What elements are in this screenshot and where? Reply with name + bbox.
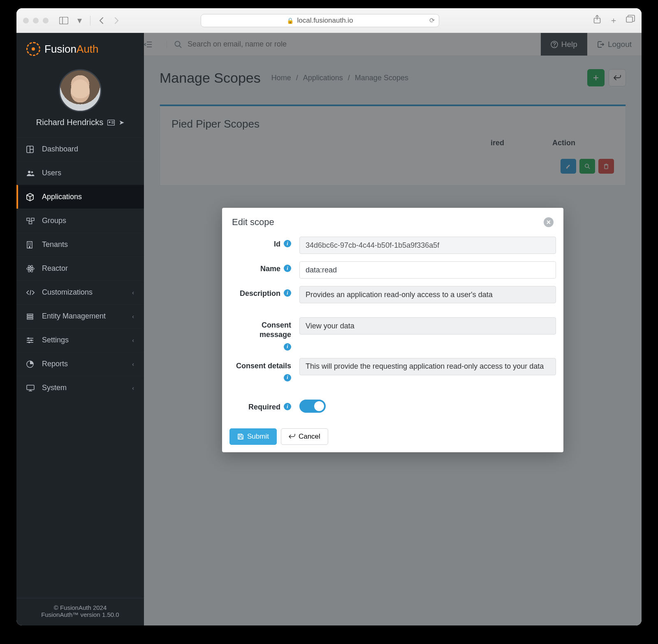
svg-point-12 xyxy=(28,171,30,173)
sidebar-toggle-icon[interactable] xyxy=(57,16,71,25)
reload-icon[interactable]: ⟳ xyxy=(429,16,435,24)
svg-rect-56 xyxy=(239,434,241,436)
svg-rect-19 xyxy=(30,243,31,244)
required-toggle[interactable] xyxy=(299,400,326,413)
svg-point-6 xyxy=(109,121,111,123)
layers-icon xyxy=(26,313,35,320)
id-field[interactable] xyxy=(299,237,556,254)
svg-rect-29 xyxy=(27,316,33,317)
info-icon[interactable]: i xyxy=(284,240,291,247)
label-name: Namei xyxy=(229,261,291,273)
svg-rect-0 xyxy=(60,17,68,24)
share-icon[interactable] xyxy=(593,15,601,26)
chevron-left-icon: ‹ xyxy=(132,337,134,344)
modal-title: Edit scope xyxy=(232,217,274,228)
svg-rect-22 xyxy=(29,246,30,248)
brand-mark-icon xyxy=(26,42,40,56)
pie-chart-icon xyxy=(26,360,35,368)
sidebar-footer: © FusionAuth 2024 FusionAuth™ version 1.… xyxy=(16,598,144,625)
tabs-icon[interactable] xyxy=(626,15,635,26)
sliders-icon xyxy=(26,337,35,344)
svg-point-26 xyxy=(30,268,31,270)
consent-details-field[interactable]: This will provide the requesting applica… xyxy=(299,358,556,375)
chevron-left-icon: ‹ xyxy=(132,313,134,320)
browser-titlebar: ▾ 🔒 local.fusionauth.io ⟳ ＋ xyxy=(16,8,642,33)
groups-icon xyxy=(26,218,35,224)
traffic-max-icon[interactable] xyxy=(43,18,49,23)
chevron-left-icon: ‹ xyxy=(132,289,134,296)
chevron-down-icon[interactable]: ▾ xyxy=(75,14,84,27)
save-icon xyxy=(237,433,244,440)
forward-button[interactable] xyxy=(111,16,122,26)
sidebar-item-reactor[interactable]: Reactor xyxy=(16,256,144,280)
code-icon xyxy=(26,290,35,295)
svg-rect-21 xyxy=(30,244,31,245)
undo-icon xyxy=(289,434,295,439)
svg-rect-18 xyxy=(28,243,29,244)
sidebar-item-entity-management[interactable]: Entity Management‹ xyxy=(16,304,144,328)
user-name: Richard Hendricks xyxy=(36,118,103,127)
atom-icon xyxy=(26,265,35,273)
sidebar-item-groups[interactable]: Groups xyxy=(16,209,144,232)
brand-logo[interactable]: FusionAuth xyxy=(16,33,144,65)
label-consent-message: Consent messagei xyxy=(229,317,291,351)
name-field[interactable] xyxy=(299,261,556,279)
description-field[interactable]: Provides an application read-only access… xyxy=(299,286,556,303)
info-icon[interactable]: i xyxy=(284,343,291,351)
browser-window: ▾ 🔒 local.fusionauth.io ⟳ ＋ Fusion xyxy=(16,8,642,625)
sidebar-item-system[interactable]: System‹ xyxy=(16,376,144,400)
new-tab-icon[interactable]: ＋ xyxy=(609,15,618,26)
svg-rect-15 xyxy=(31,218,34,221)
svg-rect-28 xyxy=(27,314,33,315)
svg-rect-4 xyxy=(626,17,633,22)
lock-icon: 🔒 xyxy=(287,17,294,24)
svg-rect-38 xyxy=(27,385,34,390)
svg-point-34 xyxy=(28,337,29,339)
users-icon xyxy=(26,170,35,177)
edit-scope-modal: Edit scope ✕ Idi Namei Descriptioni Prov… xyxy=(222,208,563,452)
sidebar-item-dashboard[interactable]: Dashboard xyxy=(16,137,144,161)
svg-rect-16 xyxy=(29,221,32,224)
svg-rect-14 xyxy=(27,218,30,221)
label-required: Requiredi xyxy=(229,400,291,412)
svg-rect-5 xyxy=(108,120,115,125)
sidebar-item-tenants[interactable]: Tenants xyxy=(16,232,144,256)
svg-point-35 xyxy=(30,339,32,341)
label-id: Idi xyxy=(229,237,291,249)
svg-rect-7 xyxy=(111,121,114,122)
sidebar-item-reports[interactable]: Reports‹ xyxy=(16,352,144,376)
building-icon xyxy=(26,241,35,249)
avatar[interactable] xyxy=(59,69,102,112)
back-button[interactable] xyxy=(96,16,107,26)
sidebar-item-applications[interactable]: Applications xyxy=(16,185,144,209)
info-icon[interactable]: i xyxy=(284,403,291,410)
sidebar-nav: Dashboard Users Applications Groups Tena… xyxy=(16,137,144,598)
svg-point-13 xyxy=(31,171,33,173)
info-icon[interactable]: i xyxy=(284,265,291,272)
url-text: local.fusionauth.io xyxy=(297,16,353,25)
sidebar-item-customizations[interactable]: Customizations‹ xyxy=(16,280,144,304)
sidebar-item-settings[interactable]: Settings‹ xyxy=(16,328,144,352)
consent-message-field[interactable]: View your data xyxy=(299,317,556,335)
svg-rect-20 xyxy=(28,244,29,245)
close-icon[interactable]: ✕ xyxy=(544,217,554,227)
info-icon[interactable]: i xyxy=(284,289,291,297)
location-icon[interactable]: ➤ xyxy=(119,119,124,126)
info-icon[interactable]: i xyxy=(284,374,291,381)
url-bar[interactable]: 🔒 local.fusionauth.io ⟳ xyxy=(201,14,439,27)
id-card-icon[interactable] xyxy=(107,120,115,126)
traffic-min-icon[interactable] xyxy=(33,18,39,23)
sidebar-item-users[interactable]: Users xyxy=(16,161,144,185)
chevron-left-icon: ‹ xyxy=(132,385,134,391)
sidebar: FusionAuth Richard Hendricks ➤ Dashboard… xyxy=(16,33,144,625)
svg-point-36 xyxy=(28,342,30,343)
label-description: Descriptioni xyxy=(229,286,291,298)
cube-icon xyxy=(26,193,35,201)
svg-rect-8 xyxy=(111,123,114,123)
cancel-button[interactable]: Cancel xyxy=(281,428,328,445)
window-controls[interactable] xyxy=(23,18,49,23)
traffic-close-icon[interactable] xyxy=(23,18,29,23)
submit-button[interactable]: Submit xyxy=(229,428,277,445)
label-consent-details: Consent detailsi xyxy=(229,358,291,381)
profile-block: Richard Hendricks ➤ xyxy=(16,65,144,137)
